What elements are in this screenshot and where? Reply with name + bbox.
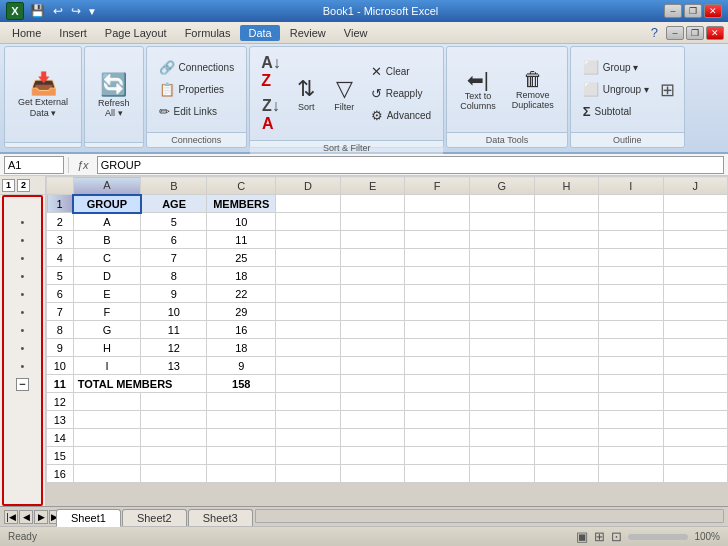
- cell-A4[interactable]: C: [73, 249, 141, 267]
- advanced-button[interactable]: ⚙ Advanced: [365, 105, 437, 126]
- cell-H6[interactable]: [534, 285, 599, 303]
- sort-az-button[interactable]: A↓Z: [256, 51, 286, 93]
- cell-A10[interactable]: I: [73, 357, 141, 375]
- row-header-16[interactable]: 16: [47, 465, 74, 483]
- formula-input[interactable]: GROUP: [97, 156, 724, 174]
- cell-A8[interactable]: G: [73, 321, 141, 339]
- row-header-4[interactable]: 4: [47, 249, 74, 267]
- cell-E6[interactable]: [340, 285, 405, 303]
- cell-F2[interactable]: [405, 213, 470, 231]
- row-header-3[interactable]: 3: [47, 231, 74, 249]
- col-header-H[interactable]: H: [534, 177, 599, 195]
- cell-E11[interactable]: [340, 375, 405, 393]
- cell-F1[interactable]: [405, 195, 470, 213]
- row-header-6[interactable]: 6: [47, 285, 74, 303]
- cell-J3[interactable]: [663, 231, 728, 249]
- cell-C11[interactable]: 158: [207, 375, 276, 393]
- col-header-E[interactable]: E: [340, 177, 405, 195]
- cell-A1[interactable]: GROUP: [73, 195, 141, 213]
- quick-access-dropdown[interactable]: ▼: [87, 6, 97, 17]
- minimize-button[interactable]: –: [664, 4, 682, 18]
- group-level-1-button[interactable]: 1: [2, 179, 15, 192]
- outline-expand-icon[interactable]: ⊞: [657, 79, 678, 101]
- cell-I1[interactable]: [599, 195, 663, 213]
- cell-H1[interactable]: [534, 195, 599, 213]
- cell-E8[interactable]: [340, 321, 405, 339]
- cell-C5[interactable]: 18: [207, 267, 276, 285]
- cell-F3[interactable]: [405, 231, 470, 249]
- cell-J7[interactable]: [663, 303, 728, 321]
- subtotal-button[interactable]: Σ Subtotal: [577, 101, 655, 122]
- cell-E1[interactable]: [340, 195, 405, 213]
- view-page-break-icon[interactable]: ⊡: [611, 529, 622, 544]
- row-header-14[interactable]: 14: [47, 429, 74, 447]
- properties-button[interactable]: 📋 Properties: [153, 79, 231, 100]
- cell-G10[interactable]: [469, 357, 534, 375]
- cell-D3[interactable]: [276, 231, 341, 249]
- cell-H11[interactable]: [534, 375, 599, 393]
- cell-A7[interactable]: F: [73, 303, 141, 321]
- remove-duplicates-button[interactable]: 🗑 RemoveDuplicates: [505, 63, 561, 116]
- cell-I2[interactable]: [599, 213, 663, 231]
- cell-F4[interactable]: [405, 249, 470, 267]
- cell-F7[interactable]: [405, 303, 470, 321]
- cell-D8[interactable]: [276, 321, 341, 339]
- cell-B9[interactable]: 12: [141, 339, 207, 357]
- group-button[interactable]: ⬜ Group ▾: [577, 57, 655, 78]
- close-button[interactable]: ✕: [704, 4, 722, 18]
- cell-J11[interactable]: [663, 375, 728, 393]
- cell-H9[interactable]: [534, 339, 599, 357]
- cell-J1[interactable]: [663, 195, 728, 213]
- sheet-nav-prev[interactable]: ◀: [19, 510, 33, 524]
- view-layout-icon[interactable]: ⊞: [594, 529, 605, 544]
- col-header-J[interactable]: J: [663, 177, 728, 195]
- cell-G6[interactable]: [469, 285, 534, 303]
- cell-B3[interactable]: 6: [141, 231, 207, 249]
- clear-button[interactable]: ✕ Clear: [365, 61, 437, 82]
- cell-F5[interactable]: [405, 267, 470, 285]
- sort-za-button[interactable]: Z↓A: [256, 94, 286, 136]
- cell-B4[interactable]: 7: [141, 249, 207, 267]
- col-header-C[interactable]: C: [207, 177, 276, 195]
- cell-D4[interactable]: [276, 249, 341, 267]
- horizontal-scrollbar[interactable]: [255, 509, 724, 523]
- cell-H5[interactable]: [534, 267, 599, 285]
- text-to-columns-button[interactable]: ⬅| Text toColumns: [453, 63, 503, 117]
- cell-D10[interactable]: [276, 357, 341, 375]
- cell-F8[interactable]: [405, 321, 470, 339]
- cell-A11[interactable]: TOTAL MEMBERS: [73, 375, 207, 393]
- reapply-button[interactable]: ↺ Reapply: [365, 83, 437, 104]
- view-normal-icon[interactable]: ▣: [576, 529, 588, 544]
- menu-formulas[interactable]: Formulas: [177, 25, 239, 41]
- cell-J6[interactable]: [663, 285, 728, 303]
- refresh-all-button[interactable]: 🔄 RefreshAll ▾: [91, 67, 137, 123]
- cell-A14[interactable]: [73, 429, 141, 447]
- cell-J10[interactable]: [663, 357, 728, 375]
- connections-button[interactable]: 🔗 Connections: [153, 57, 241, 78]
- cell-D7[interactable]: [276, 303, 341, 321]
- cell-E4[interactable]: [340, 249, 405, 267]
- cell-H7[interactable]: [534, 303, 599, 321]
- cell-C4[interactable]: 25: [207, 249, 276, 267]
- cell-A15[interactable]: [73, 447, 141, 465]
- cell-C2[interactable]: 10: [207, 213, 276, 231]
- cell-C10[interactable]: 9: [207, 357, 276, 375]
- ribbon-restore-button[interactable]: ❐: [686, 26, 704, 40]
- row-header-12[interactable]: 12: [47, 393, 74, 411]
- cell-I9[interactable]: [599, 339, 663, 357]
- cell-D5[interactable]: [276, 267, 341, 285]
- ungroup-button[interactable]: ⬜ Ungroup ▾: [577, 79, 655, 100]
- cell-I4[interactable]: [599, 249, 663, 267]
- cell-A16[interactable]: [73, 465, 141, 483]
- menu-view[interactable]: View: [336, 25, 376, 41]
- cell-H10[interactable]: [534, 357, 599, 375]
- cell-A12[interactable]: [73, 393, 141, 411]
- cell-G1[interactable]: [469, 195, 534, 213]
- cell-D11[interactable]: [276, 375, 341, 393]
- cell-E5[interactable]: [340, 267, 405, 285]
- cell-J4[interactable]: [663, 249, 728, 267]
- cell-G9[interactable]: [469, 339, 534, 357]
- menu-insert[interactable]: Insert: [51, 25, 95, 41]
- get-external-data-button[interactable]: 📥 Get ExternalData ▾: [11, 66, 75, 124]
- cell-G7[interactable]: [469, 303, 534, 321]
